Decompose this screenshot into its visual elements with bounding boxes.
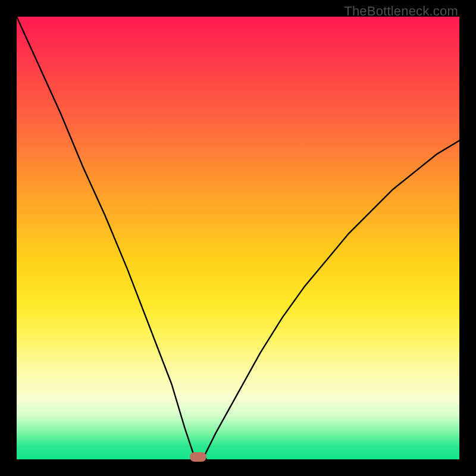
- chart-frame: TheBottleneck.com: [0, 0, 476, 476]
- optimal-point-marker: [190, 452, 206, 462]
- plot-area: [17, 17, 459, 459]
- chart-svg: [17, 17, 459, 459]
- bottleneck-curve-line: [17, 17, 459, 459]
